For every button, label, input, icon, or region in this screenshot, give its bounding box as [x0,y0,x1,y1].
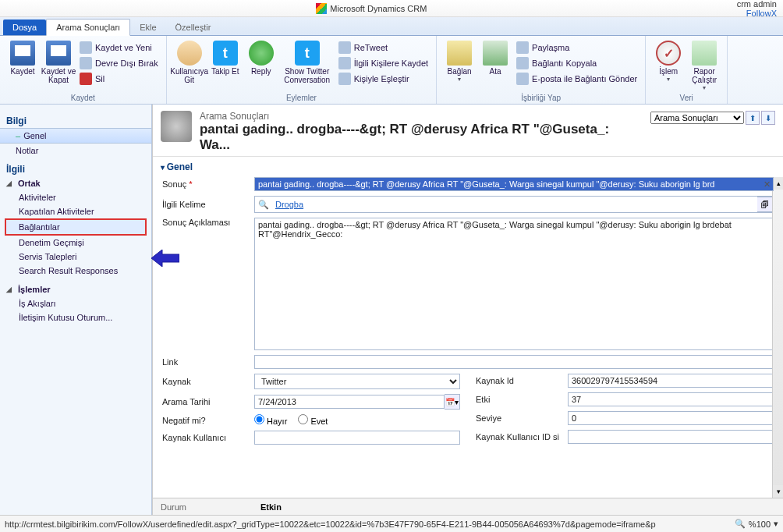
keyword-lookup-button[interactable]: 🗐 [757,197,773,212]
follow-button[interactable]: Takip Et [207,37,243,89]
share-icon [516,41,529,54]
group-label-save: Kaydet [5,92,161,104]
deactivate-button[interactable]: Devre Dışı Bırak [78,56,160,70]
label-sourceid: Kaynak Id [476,376,562,385]
status-value: Etkin [260,502,282,512]
keyword-link[interactable]: Drogba [272,200,303,209]
connect-button[interactable]: Bağlan [441,37,477,89]
nav-group-common[interactable]: ◢Ortak [0,176,151,190]
nav-audit[interactable]: Denetim Geçmişi [0,236,151,250]
label-impact: Etki [476,395,562,404]
source-user-id-input[interactable] [568,430,774,444]
save-close-icon [46,41,71,66]
tab-customize[interactable]: Özelleştir [166,20,221,35]
browser-url: http://crmtest.bilgibirikim.com/FollowX/… [5,520,656,529]
process-icon [656,41,681,66]
search-date-input[interactable] [254,395,445,409]
retweet-icon [338,41,351,54]
vertical-scrollbar[interactable]: ▴▾ [772,177,783,498]
zoom-value[interactable]: %100 [749,520,771,529]
nav-workflows[interactable]: İş Akışları [0,296,151,310]
impact-input[interactable] [568,392,774,406]
nav-dialogs[interactable]: İletişim Kutusu Oturum... [0,310,151,325]
nav-heading-related: İlgili [0,162,151,176]
label-srcuserid: Kaynak Kullanıcı ID si [476,432,562,442]
clear-result-button[interactable]: ✕ [760,177,774,191]
delete-icon [80,73,92,85]
crm-logo-icon [316,3,327,14]
description-textarea[interactable]: pantai gading.. drogba----&gt; RT @derus… [254,218,774,350]
save-new-icon [80,41,92,54]
email-icon [516,73,529,85]
negative-no[interactable]: Hayır [254,414,287,426]
section-general[interactable]: Genel [153,157,783,177]
date-picker-button[interactable]: 📅▾ [445,394,460,410]
zoom-icon: 🔍 [735,519,746,529]
label-negative: Negatif mi? [162,416,248,425]
save-new-button[interactable]: Kaydet ve Yeni [78,41,160,55]
source-user-input[interactable] [254,431,460,445]
label-level: Seviye [476,413,562,423]
save-contacts-button[interactable]: İlgili Kişilere Kaydet [337,56,430,70]
tab-add[interactable]: Ekle [130,20,165,35]
connect-icon [447,41,472,66]
level-input[interactable] [568,411,774,425]
goto-user-button[interactable]: Kullanıcıya Git [172,37,207,89]
status-label: Durum [161,502,246,512]
delete-button[interactable]: Sil [78,72,160,86]
breadcrumb: Arama Sonuçları [200,111,643,122]
save-icon [10,41,35,66]
match-contact-button[interactable]: Kişiyle Eşleştir [337,72,430,86]
user-icon [177,41,202,66]
prev-record-button[interactable]: ⬆ [746,111,760,125]
follow-icon [213,41,238,66]
group-label-collab: İşbirliği Yap [441,92,640,104]
view-selector[interactable]: Arama Sonuçları [650,112,744,124]
nav-group-processes[interactable]: ◢İşlemler [0,282,151,296]
match-icon [338,73,351,85]
tab-search-results[interactable]: Arama Sonuçları [46,19,130,36]
browser-status-bar: http://crmtest.bilgibirikim.com/FollowX/… [0,515,783,532]
share-button[interactable]: Paylaşma [515,41,639,55]
save-close-button[interactable]: Kaydet ve Kapat [41,37,76,89]
source-id-input[interactable] [568,374,774,388]
nav-closed-activities[interactable]: Kapatılan Aktiviteler [0,204,151,218]
tab-file[interactable]: Dosya [3,20,46,35]
status-bar: Durum Etkin [153,498,783,515]
lookup-entity-icon: 🔍 [255,200,272,210]
next-record-button[interactable]: ⬇ [761,111,775,125]
label-source: Kaynak [162,377,248,386]
negative-yes[interactable]: Evet [298,414,328,426]
save-button[interactable]: Kaydet [5,37,41,89]
run-report-button[interactable]: Rapor Çalıştır [686,37,722,91]
nav-responses[interactable]: Search Result Responses [0,264,151,278]
retweet-button[interactable]: ReTweet [337,41,430,55]
source-select[interactable]: Twitter [254,374,460,389]
deactivate-icon [80,57,92,69]
nav-activities[interactable]: Aktiviteler [0,190,151,204]
form-body: ▴▾ Sonuç ✕ İlgili Kelime 🔍 Drogba 🗐 Sonu… [153,177,783,498]
result-input[interactable] [254,177,774,191]
link-input[interactable] [254,355,774,369]
label-srcuser: Kaynak Kullanıcı [162,433,248,442]
label-date: Arama Tarihi [162,397,248,406]
org-name[interactable]: FollowX [737,9,777,18]
title-bar: Microsoft Dynamics CRM crm admin FollowX [0,0,783,17]
nav-heading-info: Bilgi [0,114,151,128]
copy-link-button[interactable]: Bağlantı Kopyala [515,56,639,70]
reply-button[interactable]: Reply [243,37,279,89]
nav-notes[interactable]: Notlar [0,144,151,158]
process-button[interactable]: İşlem [650,37,686,91]
nav-general[interactable]: –Genel [0,128,151,144]
app-title: Microsoft Dynamics CRM [316,3,427,14]
label-link: Link [162,357,248,367]
contacts-icon [338,57,351,69]
email-link-button[interactable]: E-posta ile Bağlantı Gönder [515,72,639,86]
nav-connections[interactable]: Bağlantılar [5,218,147,236]
nav-service[interactable]: Servis Talepleri [0,250,151,264]
show-conversation-button[interactable]: Show Twitter Conversation [279,37,335,89]
group-label-data: Veri [650,92,722,104]
label-keyword: İlgili Kelime [162,200,248,209]
assign-button[interactable]: Ata [477,37,513,89]
group-label-actions: Eylemler [172,92,431,104]
